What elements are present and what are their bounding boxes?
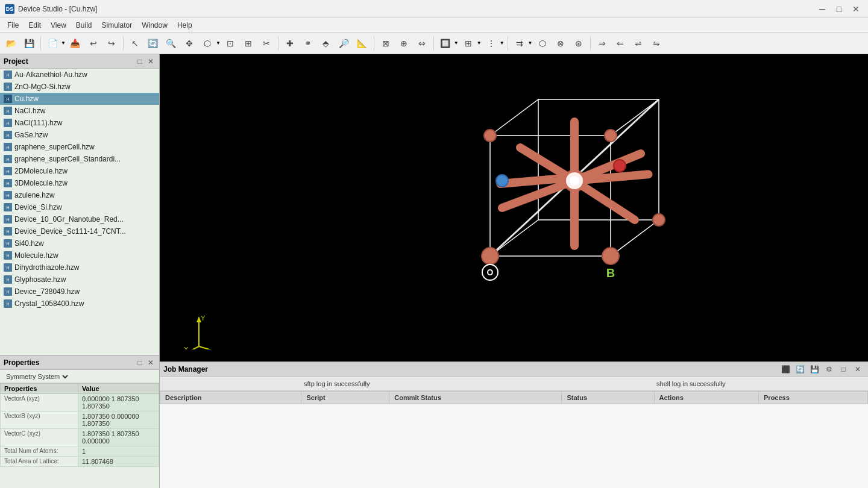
project-item[interactable]: HNaCl(111).hzw xyxy=(0,117,159,129)
arrow3-button[interactable]: ⇌ xyxy=(630,35,647,52)
cut-button[interactable]: ✂ xyxy=(258,35,275,52)
jm-save-log-button[interactable]: 💾 xyxy=(808,363,821,376)
project-item[interactable]: HDevice_10_0Gr_Nanotube_Red... xyxy=(0,213,159,225)
jm-expand-button[interactable]: □ xyxy=(837,363,850,376)
jm-stop-button[interactable]: ⬛ xyxy=(779,363,792,376)
file-icon: H xyxy=(4,263,12,272)
bonds-button[interactable]: ⬘ xyxy=(318,35,335,52)
project-item[interactable]: HNaCl.hzw xyxy=(0,105,159,117)
file-icon: H xyxy=(4,83,12,91)
open-folder-button[interactable]: 📂 xyxy=(2,35,19,52)
file-icon: H xyxy=(4,203,12,211)
project-item[interactable]: HDevice_Device_Sc111-14_7CNT... xyxy=(0,225,159,237)
file-label: Cu.hzw xyxy=(14,95,39,103)
rotate-button[interactable]: 🔄 xyxy=(145,35,162,52)
properties-expand-button[interactable]: □ xyxy=(135,358,145,368)
project-item[interactable]: Hgraphene_superCell.hzw xyxy=(0,141,159,153)
import-button[interactable]: 📥 xyxy=(67,35,84,52)
project-item[interactable]: HSi40.hzw xyxy=(0,237,159,249)
menu-item-simulator[interactable]: Simulator xyxy=(97,20,137,31)
menu-item-window[interactable]: Window xyxy=(137,20,172,31)
menu-item-file[interactable]: File xyxy=(2,20,24,31)
props-row: Total Num of Atoms:1 xyxy=(1,446,159,457)
fit-view-button[interactable]: ⊞ xyxy=(240,35,257,52)
minimize-button[interactable]: ─ xyxy=(815,2,829,16)
project-item[interactable]: Hazulene.hzw xyxy=(0,189,159,201)
project-item[interactable]: H3DMolecule.hzw xyxy=(0,177,159,189)
supercell-button[interactable]: 🔲 xyxy=(437,35,454,52)
undo-button[interactable]: ↩ xyxy=(85,35,102,52)
project-item[interactable]: HZnO-MgO-Si.hzw xyxy=(0,81,159,93)
menu-item-edit[interactable]: Edit xyxy=(24,20,46,31)
svg-rect-11 xyxy=(570,181,579,250)
file-icon: H xyxy=(4,215,12,224)
file-icon: H xyxy=(4,179,12,187)
right-content: O B Y Z X Job Man xyxy=(160,54,868,488)
kpoints-button[interactable]: ⋮ xyxy=(483,35,500,52)
move-button[interactable]: ✥ xyxy=(181,35,198,52)
project-item[interactable]: HDevice_Si.hzw xyxy=(0,201,159,213)
project-item[interactable]: H2DMolecule.hzw xyxy=(0,165,159,177)
select-button[interactable]: ↖ xyxy=(127,35,143,52)
add-atom-button[interactable]: ✚ xyxy=(281,35,298,52)
repeat-button[interactable]: ⊞ xyxy=(460,35,477,52)
file-icon: H xyxy=(4,191,12,199)
project-item[interactable]: HDihydrothiazole.hzw xyxy=(0,261,159,274)
viewport[interactable]: O B Y Z X xyxy=(160,54,868,361)
project-item[interactable]: HAu-Alkanethiol-Au.hzw xyxy=(0,69,159,81)
project-item[interactable]: HGaSe.hzw xyxy=(0,129,159,141)
toolbar-separator-1 xyxy=(40,36,41,51)
properties-close-button[interactable]: ✕ xyxy=(146,358,156,368)
select-element-button[interactable]: ⊕ xyxy=(395,35,412,52)
jm-settings-button[interactable]: ⚙ xyxy=(822,363,835,376)
properties-data-table: Properties Value VectorA (xyz)0.000000 1… xyxy=(0,383,159,467)
zoom-out-button[interactable]: 🔍 xyxy=(163,35,180,52)
arrow4-button[interactable]: ⇋ xyxy=(648,35,665,52)
save-button[interactable]: 💾 xyxy=(20,35,37,52)
build-surface-button[interactable]: ⬡ xyxy=(199,35,216,52)
close-button[interactable]: ✕ xyxy=(849,2,863,16)
measure-button[interactable]: 📐 xyxy=(354,35,371,52)
maximize-button[interactable]: □ xyxy=(832,2,846,16)
add-bond-button[interactable]: ⚭ xyxy=(300,35,316,52)
element2-button[interactable]: ⊛ xyxy=(570,35,587,52)
job-col-status: Status xyxy=(562,392,654,404)
svg-marker-1 xyxy=(538,99,659,220)
properties-header-buttons: □ ✕ xyxy=(135,358,156,368)
zoom-fit-button[interactable]: 🔎 xyxy=(336,35,353,52)
title-text: Device Studio - [Cu.hzw] xyxy=(18,5,815,13)
project-item[interactable]: HDevice_738049.hzw xyxy=(0,286,159,298)
ortho-view-button[interactable]: ⊡ xyxy=(222,35,239,52)
arrow2-button[interactable]: ⇐ xyxy=(612,35,629,52)
main-layout: Project □ ✕ HAu-Alkanethiol-Au.hzwHZnO-M… xyxy=(0,54,868,488)
connect-button[interactable]: ⬡ xyxy=(534,35,551,52)
select-all-button[interactable]: ⊠ xyxy=(377,35,394,52)
arrow1-button[interactable]: ⇒ xyxy=(594,35,611,52)
job-manager: Job Manager ⬛ 🔄 💾 ⚙ □ ✕ sftp log in succ… xyxy=(160,361,868,488)
file-label: GaSe.hzw xyxy=(14,131,48,139)
project-item[interactable]: Hgraphene_superCell_Standardi... xyxy=(0,153,159,165)
project-item[interactable]: HMolecule.hzw xyxy=(0,249,159,261)
project-item[interactable]: HGlyphosate.hzw xyxy=(0,274,159,286)
menu-item-help[interactable]: Help xyxy=(172,20,197,31)
redo-button[interactable]: ↪ xyxy=(103,35,120,52)
coordinate-axis: Y Z X xyxy=(184,313,220,349)
element1-button[interactable]: ⊗ xyxy=(552,35,569,52)
project-close-button[interactable]: ✕ xyxy=(146,57,156,66)
project-item[interactable]: HCrystal_1058400.hzw xyxy=(0,298,159,310)
menu-item-view[interactable]: View xyxy=(46,20,71,31)
project-panel: Project □ ✕ HAu-Alkanethiol-Au.hzwHZnO-M… xyxy=(0,54,159,355)
svg-line-15 xyxy=(574,181,635,220)
menu-item-build[interactable]: Build xyxy=(71,20,97,31)
file-label: Device_Si.hzw xyxy=(14,203,62,211)
symmetry-select[interactable]: Symmetry System xyxy=(4,372,70,381)
file-label: 2DMolecule.hzw xyxy=(14,167,68,175)
jm-close-button[interactable]: ✕ xyxy=(851,363,864,376)
mirror-button[interactable]: ⇔ xyxy=(414,35,430,52)
force-button[interactable]: ⇉ xyxy=(511,35,528,52)
supercell-arrow: ▼ xyxy=(454,40,459,46)
jm-refresh-button[interactable]: 🔄 xyxy=(793,363,807,376)
new-button[interactable]: 📄 xyxy=(44,35,61,52)
project-expand-button[interactable]: □ xyxy=(135,57,145,66)
project-item[interactable]: HCu.hzw xyxy=(0,93,159,105)
